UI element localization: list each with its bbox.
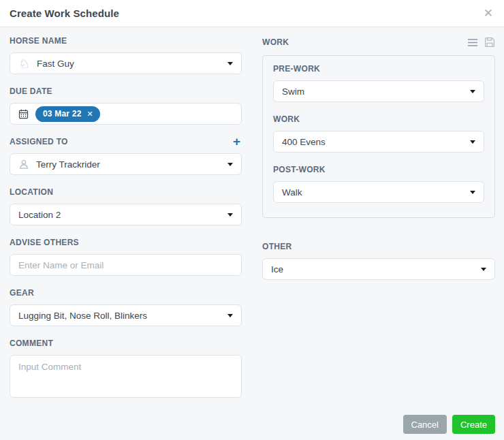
modal-header: Create Work Schedule ✕: [0, 0, 504, 27]
pre-work-group: PRE-WORK Swim: [273, 65, 484, 102]
location-select[interactable]: Location 2: [10, 204, 242, 225]
advise-others-input[interactable]: [10, 254, 242, 276]
horse-name-label: HORSE NAME: [10, 37, 242, 45]
chevron-down-icon: [227, 213, 233, 217]
post-work-value: Walk: [282, 187, 464, 198]
work-box: PRE-WORK Swim WORK 400 Evens POST-WORK: [262, 55, 495, 218]
due-date-group: DUE DATE 03 Mar 22 ✕: [10, 87, 242, 125]
modal-body: HORSE NAME ♘ Fast Guy DUE DATE: [0, 27, 504, 440]
post-work-group: POST-WORK Walk: [273, 166, 484, 203]
other-select[interactable]: Ice: [262, 258, 495, 280]
chevron-down-icon: [227, 314, 233, 317]
horse-icon: ♘: [18, 57, 30, 70]
chip-remove-icon[interactable]: ✕: [87, 110, 93, 118]
other-group: OTHER Ice: [262, 242, 495, 280]
pre-work-label: PRE-WORK: [273, 65, 484, 73]
horse-name-value: Fast Guy: [37, 59, 222, 69]
comment-label: COMMENT: [10, 339, 242, 347]
work-value: 400 Evens: [282, 137, 464, 147]
comment-group: COMMENT: [10, 339, 242, 400]
location-label: LOCATION: [10, 188, 242, 196]
due-date-label: DUE DATE: [10, 87, 242, 95]
comment-textarea[interactable]: [10, 355, 242, 398]
work-section-header: WORK: [262, 37, 495, 48]
modal-title: Create Work Schedule: [10, 7, 119, 19]
save-icon[interactable]: [484, 37, 495, 48]
date-chip-value: 03 Mar 22: [43, 109, 82, 119]
chevron-down-icon: [227, 62, 233, 65]
assigned-to-group: ASSIGNED TO + Terry Trackrider: [10, 138, 242, 175]
horse-name-group: HORSE NAME ♘ Fast Guy: [10, 37, 242, 74]
work-select[interactable]: 400 Evens: [273, 131, 484, 153]
work-label: WORK: [273, 115, 484, 123]
menu-icon[interactable]: [467, 38, 478, 47]
calendar-icon: [18, 109, 29, 119]
post-work-select[interactable]: Walk: [273, 181, 484, 203]
chevron-down-icon: [470, 140, 475, 144]
create-work-schedule-modal: Create Work Schedule ✕ HORSE NAME ♘ Fast…: [0, 0, 504, 440]
modal-footer: Cancel Create: [403, 415, 496, 434]
gear-select[interactable]: Lugging Bit, Nose Roll, Blinkers: [10, 304, 242, 326]
post-work-label: POST-WORK: [273, 166, 484, 174]
chevron-down-icon: [470, 191, 475, 194]
chevron-down-icon: [470, 90, 475, 93]
gear-group: GEAR Lugging Bit, Nose Roll, Blinkers: [10, 289, 242, 326]
location-group: LOCATION Location 2: [10, 188, 242, 225]
chevron-down-icon: [481, 268, 486, 271]
date-chip[interactable]: 03 Mar 22 ✕: [35, 106, 100, 122]
add-assignee-icon[interactable]: +: [232, 138, 242, 146]
right-column: WORK P: [262, 37, 495, 440]
location-value: Location 2: [18, 210, 222, 220]
assigned-to-select[interactable]: Terry Trackrider: [10, 153, 242, 175]
chevron-down-icon: [227, 163, 233, 166]
pre-work-value: Swim: [282, 87, 464, 97]
create-button[interactable]: Create: [452, 415, 495, 434]
work-section-label: WORK: [262, 38, 289, 46]
due-date-field[interactable]: 03 Mar 22 ✕: [10, 103, 242, 125]
gear-label: GEAR: [10, 289, 242, 297]
assigned-to-value: Terry Trackrider: [36, 159, 222, 170]
other-value: Ice: [271, 264, 475, 274]
close-icon[interactable]: ✕: [484, 7, 493, 19]
advise-others-label: ADVISE OTHERS: [10, 238, 242, 247]
cancel-button[interactable]: Cancel: [403, 415, 447, 434]
pre-work-select[interactable]: Swim: [273, 80, 484, 102]
advise-others-group: ADVISE OTHERS: [10, 238, 242, 276]
left-column: HORSE NAME ♘ Fast Guy DUE DATE: [10, 37, 242, 440]
gear-value: Lugging Bit, Nose Roll, Blinkers: [18, 311, 222, 321]
assigned-to-label: ASSIGNED TO: [10, 138, 68, 146]
person-icon: [18, 159, 29, 170]
horse-name-select[interactable]: ♘ Fast Guy: [10, 52, 242, 74]
work-group: WORK 400 Evens: [273, 115, 484, 153]
other-label: OTHER: [262, 242, 495, 251]
